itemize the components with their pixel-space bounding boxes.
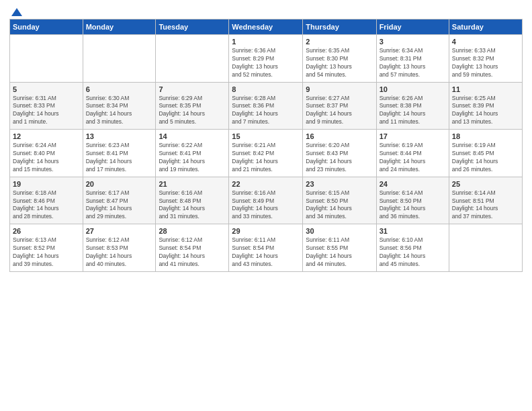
- calendar-week-row: 1Sunrise: 6:36 AM Sunset: 8:29 PM Daylig…: [10, 35, 523, 83]
- day-number: 11: [452, 85, 519, 93]
- weekday-header: Monday: [83, 19, 156, 35]
- day-number: 25: [452, 180, 519, 188]
- day-number: 13: [86, 132, 153, 140]
- day-number: 27: [86, 227, 153, 235]
- day-info: Sunrise: 6:11 AM Sunset: 8:55 PM Dayligh…: [306, 236, 373, 269]
- calendar-cell: 21Sunrise: 6:16 AM Sunset: 8:48 PM Dayli…: [156, 177, 229, 224]
- day-number: 20: [86, 180, 153, 188]
- day-info: Sunrise: 6:22 AM Sunset: 8:41 PM Dayligh…: [159, 142, 226, 174]
- day-info: Sunrise: 6:12 AM Sunset: 8:53 PM Dayligh…: [86, 236, 153, 269]
- day-number: 23: [306, 180, 373, 188]
- day-number: 16: [306, 132, 373, 140]
- calendar-cell: 26Sunrise: 6:13 AM Sunset: 8:52 PM Dayli…: [10, 224, 83, 272]
- day-info: Sunrise: 6:10 AM Sunset: 8:56 PM Dayligh…: [380, 236, 446, 269]
- day-info: Sunrise: 6:28 AM Sunset: 8:36 PM Dayligh…: [232, 95, 300, 127]
- calendar-cell: [156, 35, 229, 83]
- calendar-cell: 29Sunrise: 6:11 AM Sunset: 8:54 PM Dayli…: [229, 224, 303, 272]
- calendar-cell: 1Sunrise: 6:36 AM Sunset: 8:29 PM Daylig…: [229, 35, 303, 83]
- day-info: Sunrise: 6:33 AM Sunset: 8:32 PM Dayligh…: [452, 47, 519, 79]
- calendar-cell: 12Sunrise: 6:24 AM Sunset: 8:40 PM Dayli…: [10, 130, 83, 177]
- calendar-cell: 28Sunrise: 6:12 AM Sunset: 8:54 PM Dayli…: [156, 224, 229, 272]
- day-number: 26: [13, 227, 80, 235]
- day-info: Sunrise: 6:30 AM Sunset: 8:34 PM Dayligh…: [86, 95, 153, 127]
- day-number: 17: [380, 132, 446, 140]
- day-number: 15: [232, 132, 300, 140]
- calendar-cell: [83, 35, 156, 83]
- calendar-cell: 3Sunrise: 6:34 AM Sunset: 8:31 PM Daylig…: [376, 35, 449, 83]
- day-number: 3: [380, 38, 446, 46]
- day-info: Sunrise: 6:24 AM Sunset: 8:40 PM Dayligh…: [13, 142, 80, 174]
- calendar-header-row: SundayMondayTuesdayWednesdayThursdayFrid…: [10, 19, 523, 35]
- day-info: Sunrise: 6:31 AM Sunset: 8:33 PM Dayligh…: [13, 95, 80, 127]
- calendar-cell: 9Sunrise: 6:27 AM Sunset: 8:37 PM Daylig…: [303, 82, 376, 130]
- weekday-header: Sunday: [10, 19, 83, 35]
- day-number: 1: [232, 38, 300, 46]
- calendar-cell: 6Sunrise: 6:30 AM Sunset: 8:34 PM Daylig…: [83, 82, 156, 130]
- day-info: Sunrise: 6:14 AM Sunset: 8:51 PM Dayligh…: [452, 189, 519, 222]
- day-info: Sunrise: 6:26 AM Sunset: 8:38 PM Dayligh…: [380, 95, 446, 127]
- calendar-cell: 8Sunrise: 6:28 AM Sunset: 8:36 PM Daylig…: [229, 82, 303, 130]
- day-info: Sunrise: 6:16 AM Sunset: 8:49 PM Dayligh…: [232, 189, 300, 222]
- calendar-cell: 7Sunrise: 6:29 AM Sunset: 8:35 PM Daylig…: [156, 82, 229, 130]
- day-info: Sunrise: 6:25 AM Sunset: 8:39 PM Dayligh…: [452, 95, 519, 127]
- day-number: 14: [159, 132, 226, 140]
- calendar-cell: 22Sunrise: 6:16 AM Sunset: 8:49 PM Dayli…: [229, 177, 303, 224]
- weekday-header: Thursday: [303, 19, 376, 35]
- day-info: Sunrise: 6:15 AM Sunset: 8:50 PM Dayligh…: [306, 189, 373, 222]
- day-info: Sunrise: 6:12 AM Sunset: 8:54 PM Dayligh…: [159, 236, 226, 269]
- calendar-cell: 20Sunrise: 6:17 AM Sunset: 8:47 PM Dayli…: [83, 177, 156, 224]
- calendar-cell: 5Sunrise: 6:31 AM Sunset: 8:33 PM Daylig…: [10, 82, 83, 130]
- calendar-cell: 13Sunrise: 6:23 AM Sunset: 8:41 PM Dayli…: [83, 130, 156, 177]
- day-number: 8: [232, 85, 300, 93]
- calendar-cell: 24Sunrise: 6:14 AM Sunset: 8:50 PM Dayli…: [376, 177, 449, 224]
- calendar-cell: 27Sunrise: 6:12 AM Sunset: 8:53 PM Dayli…: [83, 224, 156, 272]
- weekday-header: Wednesday: [229, 19, 303, 35]
- calendar-cell: 25Sunrise: 6:14 AM Sunset: 8:51 PM Dayli…: [449, 177, 522, 224]
- day-number: 30: [306, 227, 373, 235]
- weekday-header: Friday: [376, 19, 449, 35]
- calendar-week-row: 26Sunrise: 6:13 AM Sunset: 8:52 PM Dayli…: [10, 224, 523, 272]
- day-number: 4: [452, 38, 519, 46]
- day-number: 2: [306, 38, 373, 46]
- header: [9, 7, 523, 15]
- calendar-cell: 10Sunrise: 6:26 AM Sunset: 8:38 PM Dayli…: [376, 82, 449, 130]
- calendar-cell: 2Sunrise: 6:35 AM Sunset: 8:30 PM Daylig…: [303, 35, 376, 83]
- day-number: 12: [13, 132, 80, 140]
- calendar-cell: [449, 224, 522, 272]
- day-info: Sunrise: 6:21 AM Sunset: 8:42 PM Dayligh…: [232, 142, 300, 174]
- calendar-cell: 15Sunrise: 6:21 AM Sunset: 8:42 PM Dayli…: [229, 130, 303, 177]
- day-number: 31: [380, 227, 446, 235]
- day-number: 29: [232, 227, 300, 235]
- day-info: Sunrise: 6:20 AM Sunset: 8:43 PM Dayligh…: [306, 142, 373, 174]
- day-number: 24: [380, 180, 446, 188]
- logo: [9, 7, 24, 15]
- day-number: 6: [86, 85, 153, 93]
- svg-marker-0: [11, 8, 22, 16]
- day-number: 18: [452, 132, 519, 140]
- day-info: Sunrise: 6:13 AM Sunset: 8:52 PM Dayligh…: [13, 236, 80, 269]
- day-number: 9: [306, 85, 373, 93]
- day-info: Sunrise: 6:14 AM Sunset: 8:50 PM Dayligh…: [380, 189, 446, 222]
- calendar-cell: 4Sunrise: 6:33 AM Sunset: 8:32 PM Daylig…: [449, 35, 522, 83]
- day-info: Sunrise: 6:34 AM Sunset: 8:31 PM Dayligh…: [380, 47, 446, 79]
- day-info: Sunrise: 6:35 AM Sunset: 8:30 PM Dayligh…: [306, 47, 373, 79]
- calendar-cell: 31Sunrise: 6:10 AM Sunset: 8:56 PM Dayli…: [376, 224, 449, 272]
- calendar-cell: 23Sunrise: 6:15 AM Sunset: 8:50 PM Dayli…: [303, 177, 376, 224]
- day-info: Sunrise: 6:11 AM Sunset: 8:54 PM Dayligh…: [232, 236, 300, 269]
- logo-icon: [10, 7, 24, 17]
- day-number: 7: [159, 85, 226, 93]
- day-info: Sunrise: 6:19 AM Sunset: 8:44 PM Dayligh…: [380, 142, 446, 174]
- day-info: Sunrise: 6:17 AM Sunset: 8:47 PM Dayligh…: [86, 189, 153, 222]
- day-info: Sunrise: 6:29 AM Sunset: 8:35 PM Dayligh…: [159, 95, 226, 127]
- calendar-week-row: 19Sunrise: 6:18 AM Sunset: 8:46 PM Dayli…: [10, 177, 523, 224]
- weekday-header: Tuesday: [156, 19, 229, 35]
- calendar-week-row: 5Sunrise: 6:31 AM Sunset: 8:33 PM Daylig…: [10, 82, 523, 130]
- calendar-cell: 16Sunrise: 6:20 AM Sunset: 8:43 PM Dayli…: [303, 130, 376, 177]
- page-container: SundayMondayTuesdayWednesdayThursdayFrid…: [0, 0, 532, 411]
- day-number: 28: [159, 227, 226, 235]
- calendar-cell: 30Sunrise: 6:11 AM Sunset: 8:55 PM Dayli…: [303, 224, 376, 272]
- day-number: 22: [232, 180, 300, 188]
- day-number: 21: [159, 180, 226, 188]
- day-info: Sunrise: 6:19 AM Sunset: 8:45 PM Dayligh…: [452, 142, 519, 174]
- weekday-header: Saturday: [449, 19, 522, 35]
